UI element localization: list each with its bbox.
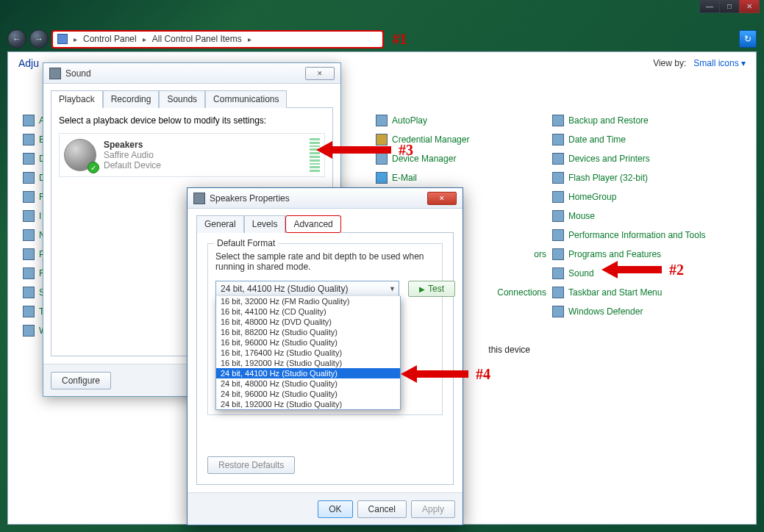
format-option[interactable]: 24 bit, 44100 Hz (Studio Quality) (216, 368, 400, 378)
sound-dialog-close[interactable]: ✕ (305, 67, 335, 80)
device-text: Speakers Saffire Audio Default Device (104, 140, 161, 170)
default-check-icon: ✓ (88, 162, 99, 173)
sound-dialog-title: Sound (65, 68, 305, 79)
forward-button[interactable]: → (29, 29, 49, 48)
configure-button[interactable]: Configure (51, 372, 111, 389)
tab-recording[interactable]: Recording (103, 90, 160, 108)
cp-item-label: Performance Information and Tools (568, 230, 706, 240)
props-close-button[interactable]: ✕ (427, 192, 457, 205)
generic-icon (552, 153, 564, 165)
tab-general[interactable]: General (196, 215, 244, 233)
sound-dialog-titlebar: Sound ✕ (43, 63, 340, 84)
cp-item-sound[interactable]: Sound (552, 264, 729, 283)
breadcrumb-sep (140, 34, 149, 44)
cp-item-windows-defender[interactable]: Windows Defender (552, 302, 729, 321)
generic-icon (552, 248, 564, 260)
control-panel-icon (57, 34, 68, 44)
restore-defaults-button[interactable]: Restore Defaults (207, 456, 295, 474)
cp-item-label: AutoPlay (392, 115, 427, 126)
default-format-legend: Default Format (214, 238, 278, 248)
breadcrumb-sep (71, 34, 80, 44)
generic-icon (552, 229, 564, 241)
cp-column-4: Backup and RestoreDate and TimeDevices a… (552, 111, 729, 321)
cp-item-label: Windows Defender (568, 306, 643, 317)
format-option[interactable]: 24 bit, 192000 Hz (Studio Quality) (216, 399, 400, 409)
cp-item-devices-and-printers[interactable]: Devices and Printers (552, 149, 729, 168)
format-combo[interactable]: 24 bit, 44100 Hz (Studio Quality) ▼ (215, 281, 399, 297)
format-option[interactable]: 16 bit, 44100 Hz (CD Quality) (216, 306, 400, 317)
cp-item-programs-and-features[interactable]: Programs and Features (552, 245, 729, 264)
cp-item-label: Date and Time (568, 134, 626, 145)
tab-playback[interactable]: Playback (51, 90, 103, 108)
cp-item-label: E-Mail (392, 173, 417, 183)
cp-item-label: Sound (568, 268, 594, 278)
apply-button[interactable]: Apply (411, 500, 455, 518)
cp-item-mouse[interactable]: Mouse (552, 206, 729, 226)
playback-device[interactable]: ✓ Speakers Saffire Audio Default Device (59, 133, 325, 177)
tab-sounds[interactable]: Sounds (159, 90, 205, 108)
view-by-label: View by: (653, 58, 686, 68)
view-by-value[interactable]: Small icons ▾ (693, 58, 746, 68)
format-option[interactable]: 24 bit, 48000 Hz (Studio Quality) (216, 378, 400, 389)
cp-item-label: Devices and Printers (568, 154, 650, 164)
props-icon (193, 193, 205, 204)
cp-item-label: Programs and Features (568, 249, 661, 259)
page-title: Adju (18, 57, 39, 69)
generic-icon (23, 115, 35, 126)
generic-icon (23, 191, 35, 203)
autoplay-icon (376, 115, 388, 126)
cp-item-credential-manager[interactable]: Credential Manager (376, 130, 552, 149)
device-driver: Saffire Audio (104, 150, 161, 160)
format-option[interactable]: 16 bit, 32000 Hz (FM Radio Quality) (216, 296, 400, 306)
generic-icon (552, 115, 564, 126)
cp-item-homegroup[interactable]: HomeGroup (552, 187, 729, 206)
generic-icon (23, 210, 35, 222)
generic-icon (23, 248, 35, 260)
cp-item-email[interactable]: E-Mail (376, 168, 552, 187)
generic-icon (23, 153, 35, 165)
tab-advanced[interactable]: Advanced (285, 215, 340, 233)
cp-item-label: Flash Player (32-bit) (568, 173, 648, 183)
tab-levels[interactable]: Levels (244, 215, 286, 233)
cp-item-label: Mouse (568, 211, 595, 221)
props-titlebar: Speakers Properties ✕ (188, 188, 463, 209)
generic-icon (23, 134, 35, 145)
cp-item-label: this device (488, 345, 530, 355)
format-option[interactable]: 16 bit, 48000 Hz (DVD Quality) (216, 317, 400, 327)
speakers-properties-dialog: Speakers Properties ✕ General Levels Adv… (187, 187, 463, 525)
format-option[interactable]: 16 bit, 88200 Hz (Studio Quality) (216, 327, 400, 337)
format-option[interactable]: 24 bit, 96000 Hz (Studio Quality) (216, 389, 400, 399)
maximize-button[interactable]: □ (719, 0, 740, 13)
cp-item-taskbar-and-start-menu[interactable]: Taskbar and Start Menu (552, 283, 729, 302)
cp-item-device-manager[interactable]: Device Manager (376, 149, 552, 168)
generic-icon (552, 172, 564, 184)
format-option[interactable]: 16 bit, 96000 Hz (Studio Quality) (216, 337, 400, 348)
close-button[interactable]: ✕ (739, 0, 760, 13)
cp-item-flash-player-32-bit-[interactable]: Flash Player (32-bit) (552, 168, 729, 187)
cp-item-label: Connections (497, 287, 546, 298)
props-body: Default Format Select the sample rate an… (196, 232, 454, 485)
navbar: ← → Control Panel All Control Panel Item… (7, 28, 757, 50)
back-button[interactable]: ← (7, 29, 26, 48)
minimize-button[interactable]: — (699, 0, 720, 13)
generic-icon (552, 134, 564, 145)
breadcrumb-item[interactable]: Control Panel (83, 34, 137, 44)
format-option[interactable]: 16 bit, 176400 Hz (Studio Quality) (216, 348, 400, 358)
refresh-button[interactable]: ↻ (739, 30, 757, 48)
test-button[interactable]: Test (408, 281, 455, 297)
format-option[interactable]: 16 bit, 192000 Hz (Studio Quality) (216, 358, 400, 368)
format-dropdown[interactable]: 16 bit, 32000 Hz (FM Radio Quality)16 bi… (215, 296, 401, 410)
generic-icon (23, 229, 35, 241)
breadcrumb-item[interactable]: All Control Panel Items (152, 34, 242, 44)
ok-button[interactable]: OK (318, 500, 352, 518)
tab-communications[interactable]: Communications (205, 90, 287, 108)
level-meter (310, 138, 320, 172)
cp-item-performance-information-and-tools[interactable]: Performance Information and Tools (552, 226, 729, 245)
cancel-button[interactable]: Cancel (357, 500, 407, 518)
cp-item-backup-and-restore[interactable]: Backup and Restore (552, 111, 729, 130)
props-footer: OK Cancel Apply (188, 492, 463, 525)
default-format-text: Select the sample rate and bit depth to … (215, 251, 435, 272)
cp-item-date-and-time[interactable]: Date and Time (552, 130, 729, 149)
breadcrumb[interactable]: Control Panel All Control Panel Items (51, 30, 384, 48)
cp-item-autoplay[interactable]: AutoPlay (376, 111, 552, 130)
